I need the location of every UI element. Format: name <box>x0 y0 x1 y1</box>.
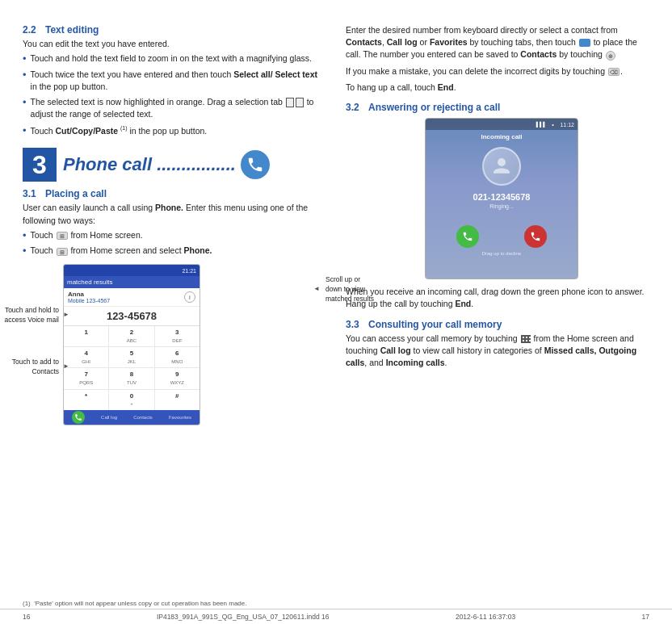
bullet-dot-6: • <box>23 245 27 258</box>
call-memory-icon <box>521 335 531 343</box>
bullet-item-1: • Touch and hold the text field to zoom … <box>23 52 321 65</box>
right-hangup-text: To hang up a call, touch End. <box>346 82 649 94</box>
key-3-sub: DEF <box>172 338 182 343</box>
section-2-2-number: 2.2 <box>23 24 39 36</box>
bullet-item-3: • The selected text is now highlighted i… <box>23 96 321 120</box>
caller-avatar <box>482 147 521 186</box>
key-hash[interactable]: # <box>155 390 200 410</box>
key-1-main: 1 <box>84 329 87 336</box>
key-6[interactable]: 6MNO <box>155 347 200 367</box>
dialer-result-item: Anna Mobile 123-4567 i <box>64 288 200 307</box>
key-7[interactable]: 7PQRS <box>64 368 108 388</box>
dialer-container: Scroll up ordown to viewmatched results … <box>63 264 321 425</box>
footer: 16 IP4183_991A_991S_QG_Eng_USA_07_120611… <box>0 609 672 624</box>
touch-icon <box>579 39 590 47</box>
scroll-callout-text: Scroll up ordown to viewmatched results <box>326 275 374 303</box>
accept-call-button[interactable] <box>456 225 479 248</box>
bullet-dot-2: • <box>23 69 27 82</box>
section-2-2: 2.2 Text editing You can edit the text y… <box>23 24 321 136</box>
tab-call-log[interactable]: Call log <box>101 415 117 420</box>
left-column: 2.2 Text editing You can edit the text y… <box>23 24 321 597</box>
key-0-sub: + <box>130 401 133 406</box>
section-3-3: 3.3 Consulting your call memory You can … <box>346 319 649 370</box>
call-buttons-row <box>426 225 578 248</box>
section-2-2-bullets: • Touch and hold the text field to zoom … <box>23 52 321 136</box>
bullet-dot-3: • <box>23 96 27 109</box>
chapter-title: Phone call ................ <box>63 154 236 175</box>
section-3-1-bullet-2: • Touch ⊞ from Home screen and select Ph… <box>23 245 321 258</box>
key-5-main: 5 <box>130 350 133 357</box>
section-3-1-number: 3.1 <box>23 188 39 199</box>
call-green-btn[interactable] <box>72 411 85 424</box>
tab-contacts[interactable]: Contacts <box>133 415 153 420</box>
section-3-2-title: Answering or rejecting a call <box>368 102 500 113</box>
key-8-sub: TUV <box>127 380 136 385</box>
key-9-main: 9 <box>175 371 178 378</box>
voice-mail-callout: Touch and hold toaccess Voice mail <box>0 306 59 325</box>
key-2-main: 2 <box>130 329 133 336</box>
status-time: 11:12 <box>560 122 574 128</box>
key-9[interactable]: 9WXYZ <box>155 368 200 388</box>
bullet-item-4: • Touch Cut/Copy/Paste (1) in the pop up… <box>23 124 321 137</box>
key-4-main: 4 <box>84 350 87 357</box>
section-2-2-intro: You can edit the text you have entered. <box>23 38 321 50</box>
key-2[interactable]: 2ABC <box>109 326 153 346</box>
voice-mail-arrow: ► <box>63 311 69 318</box>
add-contacts-arrow: ► <box>63 362 69 370</box>
section-3-3-title: Consulting your call memory <box>368 319 502 330</box>
section-3-1-intro: User can easily launch a call using Phon… <box>23 202 321 226</box>
dialer-bottom-bar: Call log Contacts Favourites <box>64 410 200 425</box>
section-3-1-bullet-1: • Touch ⊞ from Home screen. <box>23 229 321 242</box>
phone-call-icon <box>241 150 270 179</box>
bullet-text-6: Touch ⊞ from Home screen and select Phon… <box>31 245 321 257</box>
call-button-bar <box>72 411 85 424</box>
key-9-sub: WXYZ <box>170 380 184 385</box>
key-4-sub: GHI <box>82 359 90 364</box>
key-star[interactable]: * <box>64 390 108 410</box>
section-3-3-header: 3.3 Consulting your call memory <box>346 319 649 330</box>
page-number-left: 16 <box>23 613 30 621</box>
bullet-dot-5: • <box>23 229 27 242</box>
key-8[interactable]: 8TUV <box>109 368 153 388</box>
apps-icon: ⊞ <box>57 248 68 256</box>
key-5[interactable]: 5JKL <box>109 347 153 367</box>
reject-icon <box>530 231 541 242</box>
key-4[interactable]: 4GHI <box>64 347 108 367</box>
section-3-2-number: 3.2 <box>346 102 362 113</box>
drag-label: Drag up to decline <box>426 251 578 256</box>
key-7-sub: PQRS <box>79 380 93 385</box>
key-1[interactable]: 1 <box>64 326 108 346</box>
caller-name: Ringing... <box>426 203 578 209</box>
footnote-text: (1) 'Paste' option will not appear unles… <box>23 600 246 607</box>
tab-favourites[interactable]: Favourites <box>169 415 191 420</box>
dialer-search-bar: matched results <box>64 276 200 288</box>
key-8-main: 8 <box>130 371 133 378</box>
section-3-3-number: 3.3 <box>346 319 362 330</box>
key-0[interactable]: 0+ <box>109 390 153 410</box>
section-3-1-title: Placing a call <box>45 188 107 199</box>
dialer-search-label: matched results <box>67 278 112 286</box>
footer-right-text: 2012-6-11 16:37:03 <box>456 613 515 621</box>
accept-icon <box>462 231 473 242</box>
bullet-text-4: Touch Cut/Copy/Paste (1) in the pop up b… <box>31 124 321 137</box>
result-detail: Mobile 123-4567 <box>68 298 110 304</box>
key-2-sub: ABC <box>127 338 136 343</box>
chapter-3-heading: 3 Phone call ................ <box>23 148 321 182</box>
chapter-number: 3 <box>23 148 57 182</box>
reject-call-button[interactable] <box>524 225 547 248</box>
bullet-dot-1: • <box>23 52 27 65</box>
dialer-status-bar: 21:21 <box>64 265 200 276</box>
result-action-icon[interactable]: i <box>184 291 195 303</box>
result-info: Anna Mobile 123-4567 <box>68 291 110 304</box>
incoming-call-screen: ▌▌▌ ⚬ 11:12 Incoming call 021- <box>425 118 578 279</box>
section-2-2-header: 2.2 Text editing <box>23 24 321 36</box>
keypad-grid: 1 2ABC 3DEF 4GHI 5JKL 6MNO 7PQRS 8TUV 9W… <box>64 326 200 410</box>
bullet-item-2: • Touch twice the text you have entered … <box>23 69 321 93</box>
svg-point-0 <box>498 158 506 166</box>
home-icon: ⊞ <box>57 232 68 240</box>
signal-icon: ▌▌▌ <box>536 122 547 127</box>
section-2-2-title: Text editing <box>45 24 99 36</box>
incoming-label: Incoming call <box>426 133 578 140</box>
key-3[interactable]: 3DEF <box>155 326 200 346</box>
key-star-main: * <box>85 392 87 400</box>
